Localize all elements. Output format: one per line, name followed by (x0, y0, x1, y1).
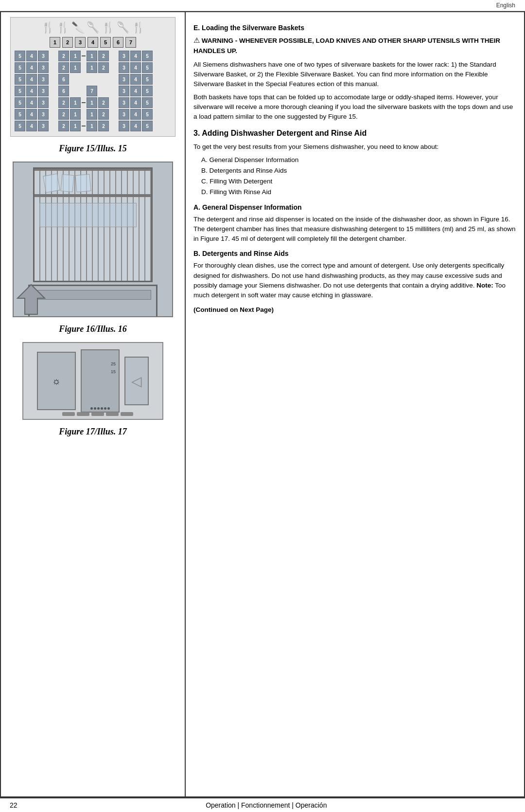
bc: 3 (119, 86, 129, 96)
section-3-heading: 3. Adding Dishwasher Detergent and Rinse… (193, 127, 516, 139)
bc: 1 (87, 62, 97, 73)
warning-text-line: ⚠ WARNING - WHENEVER POSSIBLE, LOAD KNIV… (193, 35, 516, 56)
bc: 4 (130, 86, 141, 96)
dw-door (28, 285, 158, 316)
slot-1: 1 (50, 37, 60, 48)
figure-17-diagram: ☼ 25 15 ◁ (22, 342, 163, 420)
bc: 2 (58, 97, 69, 108)
basket-row-4: 5 4 3 6 7 3 4 5 (15, 86, 171, 96)
bc: 4 (26, 86, 37, 96)
bead (104, 407, 106, 410)
bc: 4 (26, 74, 37, 85)
bc: 1 (87, 121, 97, 131)
para-3: To get the very best results from your S… (193, 142, 516, 152)
bc: 3 (38, 109, 49, 120)
bc: 2 (98, 62, 109, 73)
bead (94, 407, 96, 410)
basket-row-6: 5 4 3 2 1 1 2 3 4 5 (15, 109, 171, 120)
right-column: E. Loading the Silverware Baskets ⚠ WARN… (186, 12, 524, 796)
bc: 1 (70, 109, 81, 120)
continued-text: (Continued on Next Page) (193, 305, 516, 315)
list-item-a: A. General Dispenser Information (201, 155, 516, 165)
list-item-d: D. Filling With Rinse Aid (201, 187, 516, 197)
slot-6: 6 (113, 37, 123, 48)
tab-1 (62, 412, 75, 416)
svg-marker-0 (18, 285, 45, 314)
bc: 1 (87, 51, 97, 61)
dispenser-measurement-lines: 25 15 (111, 360, 116, 376)
bc: 2 (98, 121, 109, 131)
bc: 4 (130, 51, 141, 61)
para-2: Both baskets have tops that can be folde… (193, 92, 516, 122)
dw-lower-items (39, 203, 137, 227)
figure-15-diagram: 🍴 🍴 🔪 🥄 🍴 🥄 🍴 1 2 3 4 5 6 7 (10, 17, 175, 137)
bc: 3 (38, 121, 49, 131)
slot-5: 5 (100, 37, 111, 48)
bead (90, 407, 93, 410)
tab-2 (77, 412, 89, 416)
bc: 4 (26, 97, 37, 108)
bc: 3 (119, 62, 129, 73)
fork-icon-3: 🍴 (102, 21, 115, 34)
section-a-heading: A. General Dispenser Information (193, 202, 516, 213)
bc: 2 (58, 109, 69, 120)
bc: 2 (58, 121, 69, 131)
para-1: All Siemens dishwashers have one of two … (193, 60, 516, 90)
para-b1: For thoroughly clean dishes, use the cor… (193, 261, 516, 300)
dw-body (33, 167, 153, 282)
detergent-beads (84, 407, 117, 410)
bc: 1 (70, 97, 81, 108)
bc: 3 (38, 51, 49, 61)
bc: 1 (87, 109, 97, 120)
bc: 6 (58, 86, 69, 96)
bc: 4 (130, 62, 141, 73)
bc: 2 (58, 51, 69, 61)
bc: 1 (70, 51, 81, 61)
bc: 4 (26, 109, 37, 120)
bc: 4 (26, 51, 37, 61)
bc: 5 (15, 62, 25, 73)
fork-icon-4: 🍴 (132, 21, 145, 34)
list-item-b: B. Detergents and Rinse Aids (201, 166, 516, 176)
figure-15-label: Figure 15/Illus. 15 (59, 144, 127, 154)
footer: 22 Operation | Fonctionnement | Operació… (0, 797, 525, 812)
bc: 5 (142, 74, 153, 85)
dispenser-right-arrow-icon: ◁ (131, 373, 142, 389)
bc: 1 (70, 121, 81, 131)
section-b-heading: B. Detergents and Rinse Aids (193, 249, 516, 259)
bc: 3 (119, 97, 129, 108)
right-col-inner: E. Loading the Silverware Baskets ⚠ WARN… (193, 23, 516, 315)
tab-5 (121, 412, 133, 416)
spoon-icon-1: 🥄 (87, 21, 100, 34)
basket-row-5: 5 4 3 2 1 1 2 3 4 5 (15, 97, 171, 108)
rinse-aid-icon: ☼ (52, 376, 61, 387)
warning-triangle-icon: ⚠ (193, 36, 200, 44)
bead (107, 407, 110, 410)
slot-2: 2 (62, 37, 73, 48)
dispenser-tab-row (62, 412, 133, 416)
dw-control-panel (35, 290, 151, 300)
bc: 4 (130, 97, 141, 108)
fork-icon-2: 🍴 (56, 21, 70, 34)
warning-label: WARNING - WHENEVER POSSIBLE, LOAD KNIVES… (193, 37, 500, 54)
footer-text: Operation | Fonctionnement | Operación (206, 801, 327, 809)
dispenser-arrow-indicator: ◁ (124, 357, 149, 405)
fork-icon-1: 🍴 (41, 21, 54, 34)
figure-16-label: Figure 16/Illus. 16 (59, 324, 127, 334)
dw-dish-1 (43, 174, 60, 193)
main-content: 🍴 🍴 🔪 🥄 🍴 🥄 🍴 1 2 3 4 5 6 7 (0, 11, 525, 797)
basket-row-2: 5 4 3 2 1 1 2 3 4 5 (15, 62, 171, 73)
dw-dish-2 (61, 174, 74, 192)
tab-4 (106, 412, 119, 416)
bc: 5 (142, 109, 153, 120)
bc: 3 (38, 62, 49, 73)
bc: 1 (87, 97, 97, 108)
up-arrow (17, 284, 46, 315)
bc: 2 (98, 109, 109, 120)
left-column: 🍴 🍴 🔪 🥄 🍴 🥄 🍴 1 2 3 4 5 6 7 (1, 12, 186, 796)
language-label: English (496, 2, 515, 9)
bc: 4 (130, 109, 141, 120)
slot-3: 3 (75, 37, 86, 48)
bc: 7 (87, 86, 97, 96)
bc: 3 (119, 51, 129, 61)
